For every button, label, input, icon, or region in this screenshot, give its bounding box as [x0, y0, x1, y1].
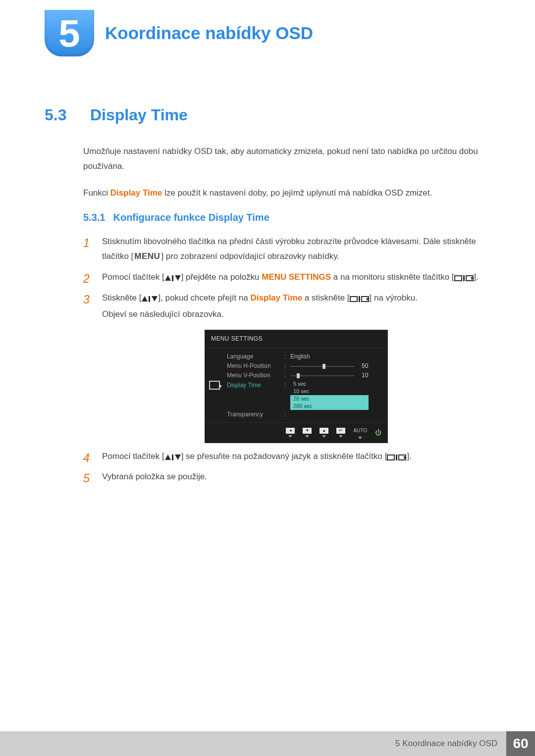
step-2: 2 Pomocí tlačítek [] přejděte na položku…: [83, 270, 490, 285]
osd-row-display-time: Display Time : 5 sec 10 sec 20 sec 200 s…: [227, 380, 382, 410]
menu-button-label: MENU: [133, 249, 161, 264]
text: lze použít k nastavení doby, po jejímž u…: [162, 188, 432, 198]
chapter-title: Koordinace nabídky OSD: [105, 23, 313, 43]
osd-label: Menu H-Position: [227, 361, 281, 371]
svg-marker-9: [152, 296, 158, 302]
step-1: 1 Stisknutím libovolného tlačítka na pře…: [83, 234, 490, 264]
subsection-heading: 5.3.1Konfigurace funkce Display Time: [83, 212, 490, 223]
text: Stiskněte [: [102, 293, 141, 302]
osd-foot-back-icon: ◂: [286, 428, 295, 438]
intro-paragraph-2: Funkci Display Time lze použít k nastave…: [83, 186, 490, 201]
text: Pomocí tlačítek [: [102, 272, 164, 282]
text: Objeví se následující obrazovka.: [102, 307, 490, 322]
osd-foot-auto: AUTO: [353, 426, 367, 439]
footer-page-number: 60: [506, 731, 535, 756]
enter-source-icon: [454, 272, 474, 282]
osd-label: Transparency: [227, 409, 281, 420]
colon: :: [284, 361, 287, 371]
up-down-icon: [164, 452, 181, 461]
chapter-header: 5 Koordinace nabídky OSD: [45, 10, 490, 56]
svg-marker-2: [175, 275, 181, 281]
section-number: 5.3: [45, 106, 77, 124]
enter-source-icon: [350, 293, 370, 302]
text: ] se přesuňte na požadovaný jazyk a stis…: [181, 452, 387, 461]
osd-value: English: [290, 352, 310, 362]
section-heading: 5.3 Display Time: [45, 106, 490, 124]
osd-select: 5 sec 10 sec 20 sec 200 sec: [290, 380, 369, 410]
colon: :: [284, 380, 287, 391]
highlight-menu-settings: MENU SETTINGS: [262, 272, 331, 282]
osd-row-vposition: Menu V-Position : 10: [227, 371, 382, 380]
osd-footer: ◂ ▾ ▴ ↵ AUTO ⏻: [205, 422, 387, 443]
text: ].: [474, 272, 479, 282]
osd-option-selected: 200 sec: [290, 403, 369, 410]
osd-option-selected: 20 sec: [290, 395, 369, 403]
intro-paragraph-1: Umožňuje nastavení nabídky OSD tak, aby …: [83, 144, 490, 174]
svg-rect-15: [172, 454, 173, 460]
svg-marker-14: [165, 454, 171, 460]
osd-foot-up-icon: ▴: [320, 428, 328, 438]
osd-option: 10 sec: [290, 388, 369, 395]
step-number: 2: [83, 269, 90, 289]
step-5: 5 Vybraná položka se použije.: [83, 469, 490, 484]
text: ].: [407, 452, 411, 461]
osd-foot-enter-icon: ↵: [336, 428, 345, 438]
page-footer: 5 Koordinace nabídky OSD 60: [0, 731, 535, 756]
up-down-icon: [141, 293, 158, 302]
highlight-display-time: Display Time: [251, 293, 303, 302]
osd-label-active: Display Time: [227, 380, 281, 391]
svg-rect-8: [149, 296, 150, 302]
colon: :: [284, 370, 287, 381]
footer-label: 5 Koordinace nabídky OSD: [0, 731, 506, 756]
text: Vybraná položka se použije.: [102, 472, 207, 481]
svg-rect-1: [172, 275, 173, 281]
chapter-badge: 5: [45, 10, 94, 56]
text: ] přejděte na položku: [181, 272, 262, 282]
step-3: 3 Stiskněte [], pokud chcete přejít na D…: [83, 291, 490, 443]
osd-slider: [290, 366, 355, 367]
colon: :: [284, 409, 287, 420]
osd-label: Menu V-Position: [227, 370, 281, 381]
osd-title: MENU SETTINGS: [205, 330, 387, 348]
subsection-title: Konfigurace funkce Display Time: [113, 212, 269, 223]
highlight-display-time: Display Time: [110, 188, 162, 198]
text: Pomocí tlačítek [: [102, 452, 164, 461]
text: ] pro zobrazení odpovídající obrazovky n…: [161, 252, 339, 261]
svg-marker-7: [142, 296, 148, 302]
enter-source-icon: [387, 452, 407, 461]
osd-category-icon: [205, 348, 224, 422]
osd-screenshot: MENU SETTINGS Language : English Menu H-…: [205, 330, 388, 443]
section-title: Display Time: [90, 106, 188, 124]
svg-rect-18: [396, 454, 397, 460]
text: a na monitoru stiskněte tlačítko [: [331, 272, 454, 282]
svg-rect-11: [359, 296, 360, 302]
svg-rect-4: [463, 275, 465, 281]
svg-marker-0: [165, 275, 171, 281]
osd-foot-down-icon: ▾: [303, 428, 312, 438]
osd-value: 50: [362, 361, 368, 371]
osd-row-transparency: Transparency :: [227, 410, 382, 419]
osd-value: 10: [362, 370, 368, 381]
svg-rect-10: [350, 297, 357, 302]
osd-slider: [290, 375, 355, 376]
osd-label: Language: [227, 352, 281, 362]
steps-list: 1 Stisknutím libovolného tlačítka na pře…: [83, 234, 490, 484]
text: a stiskněte [: [302, 293, 349, 302]
step-number: 4: [83, 448, 90, 468]
osd-option: 5 sec: [290, 380, 369, 388]
text: Funkci: [83, 188, 110, 198]
osd-row-hposition: Menu H-Position : 50: [227, 361, 382, 371]
text: ], pokud chcete přejít na: [158, 293, 250, 302]
svg-rect-17: [387, 455, 394, 460]
step-number: 5: [83, 468, 90, 488]
svg-rect-3: [455, 276, 462, 281]
text: ] na výrobku.: [370, 293, 418, 302]
subsection-number: 5.3.1: [83, 212, 105, 223]
colon: :: [284, 352, 287, 362]
step-4: 4 Pomocí tlačítek [] se přesuňte na poža…: [83, 449, 490, 464]
step-number: 3: [83, 290, 90, 309]
osd-row-language: Language : English: [227, 352, 382, 361]
step-number: 1: [83, 233, 90, 253]
up-down-icon: [164, 272, 181, 282]
svg-marker-16: [175, 454, 181, 460]
